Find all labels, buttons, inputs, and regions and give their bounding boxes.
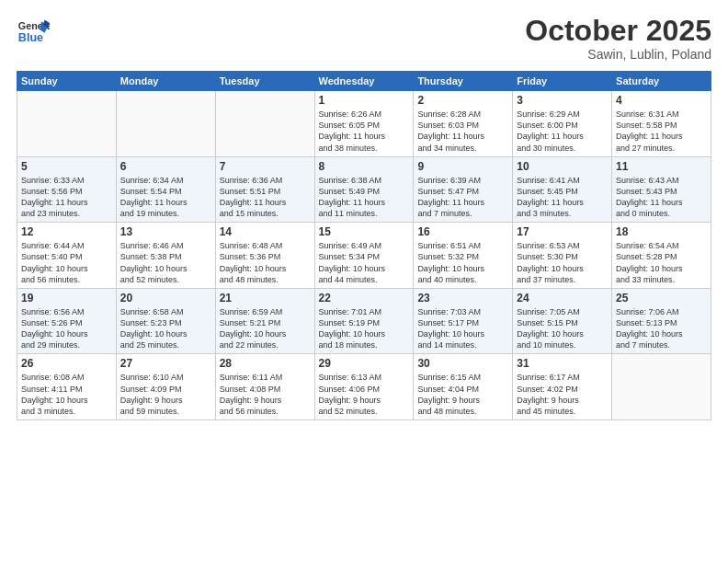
day-info: Sunrise: 6:44 AM Sunset: 5:40 PM Dayligh… <box>21 240 112 285</box>
day-cell: 27Sunrise: 6:10 AM Sunset: 4:09 PM Dayli… <box>116 354 215 420</box>
day-number: 23 <box>417 292 508 304</box>
header: General Blue October 2025 Sawin, Lublin,… <box>17 15 711 62</box>
day-cell: 24Sunrise: 7:05 AM Sunset: 5:15 PM Dayli… <box>513 288 612 354</box>
col-monday: Monday <box>116 72 215 91</box>
day-number: 22 <box>319 292 410 304</box>
col-thursday: Thursday <box>414 72 513 91</box>
day-info: Sunrise: 6:41 AM Sunset: 5:45 PM Dayligh… <box>517 175 608 220</box>
day-number: 14 <box>220 225 311 238</box>
day-info: Sunrise: 6:49 AM Sunset: 5:34 PM Dayligh… <box>319 240 410 285</box>
day-number: 5 <box>21 160 112 173</box>
day-info: Sunrise: 6:53 AM Sunset: 5:30 PM Dayligh… <box>517 240 608 285</box>
day-info: Sunrise: 6:39 AM Sunset: 5:47 PM Dayligh… <box>417 175 508 220</box>
day-cell <box>17 91 117 157</box>
day-number: 21 <box>220 292 311 304</box>
day-cell: 2Sunrise: 6:28 AM Sunset: 6:03 PM Daylig… <box>414 91 513 157</box>
calendar: Sunday Monday Tuesday Wednesday Thursday… <box>17 71 711 420</box>
day-cell: 9Sunrise: 6:39 AM Sunset: 5:47 PM Daylig… <box>414 156 513 223</box>
day-cell: 17Sunrise: 6:53 AM Sunset: 5:30 PM Dayli… <box>513 223 612 289</box>
week-row-2: 5Sunrise: 6:33 AM Sunset: 5:56 PM Daylig… <box>17 156 711 223</box>
logo-icon: General Blue <box>17 15 50 48</box>
day-cell: 19Sunrise: 6:56 AM Sunset: 5:26 PM Dayli… <box>17 288 117 354</box>
day-cell: 8Sunrise: 6:38 AM Sunset: 5:49 PM Daylig… <box>314 156 414 223</box>
day-info: Sunrise: 6:46 AM Sunset: 5:38 PM Dayligh… <box>120 240 211 285</box>
day-info: Sunrise: 7:06 AM Sunset: 5:13 PM Dayligh… <box>616 306 707 351</box>
svg-text:Blue: Blue <box>18 31 43 44</box>
day-cell: 5Sunrise: 6:33 AM Sunset: 5:56 PM Daylig… <box>17 156 117 223</box>
day-cell: 7Sunrise: 6:36 AM Sunset: 5:51 PM Daylig… <box>215 156 314 223</box>
day-number: 30 <box>417 357 508 370</box>
day-number: 13 <box>120 225 211 238</box>
day-number: 24 <box>517 292 608 304</box>
day-info: Sunrise: 6:59 AM Sunset: 5:21 PM Dayligh… <box>220 306 311 351</box>
day-cell: 26Sunrise: 6:08 AM Sunset: 4:11 PM Dayli… <box>17 354 117 420</box>
day-number: 7 <box>220 160 311 173</box>
day-cell: 10Sunrise: 6:41 AM Sunset: 5:45 PM Dayli… <box>513 156 612 223</box>
day-cell: 25Sunrise: 7:06 AM Sunset: 5:13 PM Dayli… <box>612 288 711 354</box>
day-number: 29 <box>319 357 410 370</box>
day-cell: 13Sunrise: 6:46 AM Sunset: 5:38 PM Dayli… <box>116 223 215 289</box>
logo: General Blue <box>17 15 50 48</box>
day-number: 15 <box>319 225 410 238</box>
day-cell <box>612 354 711 420</box>
day-number: 1 <box>319 94 410 107</box>
day-cell <box>116 91 215 157</box>
subtitle: Sawin, Lublin, Poland <box>525 47 711 62</box>
day-info: Sunrise: 6:08 AM Sunset: 4:11 PM Dayligh… <box>21 372 112 417</box>
col-sunday: Sunday <box>17 72 117 91</box>
day-cell <box>215 91 314 157</box>
day-info: Sunrise: 6:28 AM Sunset: 6:03 PM Dayligh… <box>417 109 508 154</box>
day-info: Sunrise: 6:58 AM Sunset: 5:23 PM Dayligh… <box>120 306 211 351</box>
day-number: 8 <box>319 160 410 173</box>
day-cell: 20Sunrise: 6:58 AM Sunset: 5:23 PM Dayli… <box>116 288 215 354</box>
day-number: 27 <box>120 357 211 370</box>
day-info: Sunrise: 6:13 AM Sunset: 4:06 PM Dayligh… <box>319 372 410 417</box>
day-info: Sunrise: 6:38 AM Sunset: 5:49 PM Dayligh… <box>319 175 410 220</box>
day-info: Sunrise: 6:31 AM Sunset: 5:58 PM Dayligh… <box>616 109 707 154</box>
day-info: Sunrise: 7:03 AM Sunset: 5:17 PM Dayligh… <box>417 306 508 351</box>
page: General Blue October 2025 Sawin, Lublin,… <box>0 0 728 563</box>
day-cell: 16Sunrise: 6:51 AM Sunset: 5:32 PM Dayli… <box>414 223 513 289</box>
day-cell: 12Sunrise: 6:44 AM Sunset: 5:40 PM Dayli… <box>17 223 117 289</box>
day-cell: 23Sunrise: 7:03 AM Sunset: 5:17 PM Dayli… <box>414 288 513 354</box>
col-saturday: Saturday <box>612 72 711 91</box>
title-block: October 2025 Sawin, Lublin, Poland <box>525 15 711 62</box>
day-info: Sunrise: 6:54 AM Sunset: 5:28 PM Dayligh… <box>616 240 707 285</box>
day-info: Sunrise: 6:43 AM Sunset: 5:43 PM Dayligh… <box>616 175 707 220</box>
day-cell: 4Sunrise: 6:31 AM Sunset: 5:58 PM Daylig… <box>612 91 711 157</box>
day-info: Sunrise: 6:56 AM Sunset: 5:26 PM Dayligh… <box>21 306 112 351</box>
day-number: 3 <box>517 94 608 107</box>
day-cell: 22Sunrise: 7:01 AM Sunset: 5:19 PM Dayli… <box>314 288 414 354</box>
col-friday: Friday <box>513 72 612 91</box>
day-info: Sunrise: 6:11 AM Sunset: 4:08 PM Dayligh… <box>220 372 311 417</box>
day-cell: 29Sunrise: 6:13 AM Sunset: 4:06 PM Dayli… <box>314 354 414 420</box>
day-number: 6 <box>120 160 211 173</box>
day-info: Sunrise: 6:48 AM Sunset: 5:36 PM Dayligh… <box>220 240 311 285</box>
day-info: Sunrise: 6:34 AM Sunset: 5:54 PM Dayligh… <box>120 175 211 220</box>
day-number: 20 <box>120 292 211 304</box>
day-cell: 30Sunrise: 6:15 AM Sunset: 4:04 PM Dayli… <box>414 354 513 420</box>
day-cell: 3Sunrise: 6:29 AM Sunset: 6:00 PM Daylig… <box>513 91 612 157</box>
day-number: 25 <box>616 292 707 304</box>
day-number: 2 <box>417 94 508 107</box>
day-number: 12 <box>21 225 112 238</box>
day-cell: 28Sunrise: 6:11 AM Sunset: 4:08 PM Dayli… <box>215 354 314 420</box>
day-number: 9 <box>417 160 508 173</box>
col-tuesday: Tuesday <box>215 72 314 91</box>
week-row-1: 1Sunrise: 6:26 AM Sunset: 6:05 PM Daylig… <box>17 91 711 157</box>
day-cell: 11Sunrise: 6:43 AM Sunset: 5:43 PM Dayli… <box>612 156 711 223</box>
day-cell: 31Sunrise: 6:17 AM Sunset: 4:02 PM Dayli… <box>513 354 612 420</box>
month-title: October 2025 <box>525 15 711 47</box>
day-number: 19 <box>21 292 112 304</box>
day-cell: 18Sunrise: 6:54 AM Sunset: 5:28 PM Dayli… <box>612 223 711 289</box>
day-number: 11 <box>616 160 707 173</box>
day-number: 18 <box>616 225 707 238</box>
day-info: Sunrise: 6:29 AM Sunset: 6:00 PM Dayligh… <box>517 109 608 154</box>
day-number: 10 <box>517 160 608 173</box>
day-number: 16 <box>417 225 508 238</box>
header-row: Sunday Monday Tuesday Wednesday Thursday… <box>17 72 711 91</box>
day-number: 17 <box>517 225 608 238</box>
day-info: Sunrise: 7:01 AM Sunset: 5:19 PM Dayligh… <box>319 306 410 351</box>
day-info: Sunrise: 7:05 AM Sunset: 5:15 PM Dayligh… <box>517 306 608 351</box>
day-info: Sunrise: 6:26 AM Sunset: 6:05 PM Dayligh… <box>319 109 410 154</box>
